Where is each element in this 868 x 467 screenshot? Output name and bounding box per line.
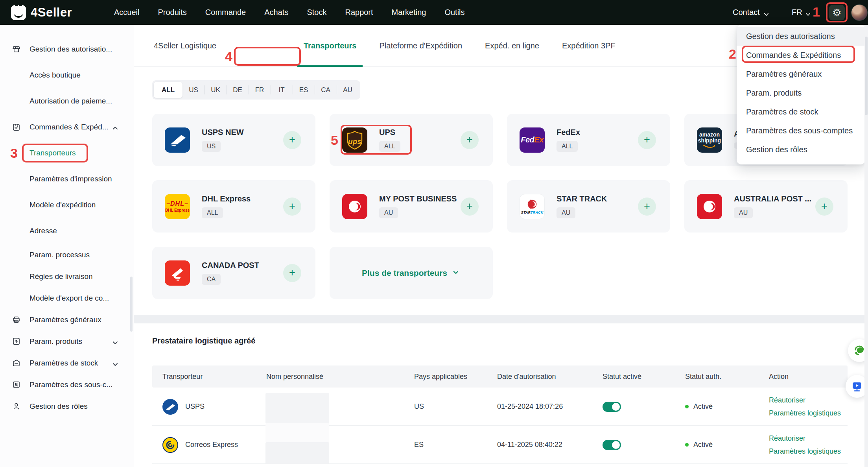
nav-commande[interactable]: Commande xyxy=(205,8,246,17)
menu-item-parametres-stock[interactable]: Paramètres de stock xyxy=(737,102,865,121)
sidebar-item-autorisation-paiement[interactable]: Autorisation de paieme... xyxy=(0,88,134,114)
tab-expedition-3pf[interactable]: Expédition 3PF xyxy=(562,25,616,67)
sidebar-scrollbar[interactable] xyxy=(130,277,133,332)
row-country: US xyxy=(414,388,424,426)
sidebar-item-param-processus[interactable]: Param. processus xyxy=(0,244,134,266)
carrier-name: DHL Express xyxy=(202,194,251,203)
add-carrier-button[interactable]: + xyxy=(815,198,833,216)
menu-item-parametres-sous-comptes[interactable]: Paramètres des sous-comptes xyxy=(737,121,865,140)
nav-outils[interactable]: Outils xyxy=(444,8,464,17)
annotation-2: 2 xyxy=(729,47,736,61)
menu-item-gestion-roles[interactable]: Gestion des rôles xyxy=(737,140,865,159)
sidebar-item-parametres-stock[interactable]: Paramètres de stock xyxy=(0,352,134,374)
carrier-country-tag: AU xyxy=(734,207,753,218)
status-toggle[interactable] xyxy=(603,402,621,412)
status-dot xyxy=(685,405,689,408)
chevron-down-icon xyxy=(112,339,118,344)
add-carrier-button[interactable]: + xyxy=(283,131,301,149)
usps-logo xyxy=(165,127,190,153)
filter-uk[interactable]: UK xyxy=(205,82,227,98)
tab-4seller-logistique[interactable]: 4Seller Logistique xyxy=(154,25,216,67)
logistics-settings-link[interactable]: Paramètres logistiques xyxy=(769,447,841,456)
redacted-custom-name xyxy=(265,423,329,442)
table-row-correos-express: Correos Express ES 04-11-2025 08:40:22 A… xyxy=(152,426,848,464)
status-toggle[interactable] xyxy=(603,440,621,450)
user-avatar[interactable] xyxy=(851,4,868,21)
tab-transporteurs[interactable]: Transporteurs xyxy=(304,25,356,67)
id-card-icon xyxy=(12,380,21,389)
carrier-card-fedex: FedEx FedEx ALL + xyxy=(507,114,670,166)
add-carrier-button[interactable]: + xyxy=(283,264,301,282)
menu-item-parametres-generaux[interactable]: Paramètres généraux xyxy=(737,65,865,83)
filter-all[interactable]: ALL xyxy=(154,82,182,98)
nav-stock[interactable]: Stock xyxy=(307,8,326,17)
filter-it[interactable]: IT xyxy=(271,82,293,98)
filter-fr[interactable]: FR xyxy=(249,82,271,98)
row-auth-status: Activé xyxy=(693,441,713,449)
country-filter: ALL US UK DE FR IT ES CA AU xyxy=(152,80,360,100)
menu-item-param-produits[interactable]: Param. produits xyxy=(737,83,865,102)
providers-table: Transporteur Nom personnalisé Pays appli… xyxy=(152,365,848,464)
sidebar-item-gestion-roles[interactable]: Gestion des rôles xyxy=(0,395,134,417)
sidebar-item-adresse[interactable]: Adresse xyxy=(0,218,134,244)
sidebar-item-parametres-sous-comptes[interactable]: Paramètres des sous-c... xyxy=(0,374,134,395)
nav-rapport[interactable]: Rapport xyxy=(345,8,373,17)
settings-gear-icon[interactable]: ⚙ xyxy=(829,5,845,20)
nav-produits[interactable]: Produits xyxy=(158,8,186,17)
startrack-logo: STARTRACK xyxy=(520,194,545,219)
app-root: 4Seller Accueil Produits Commande Achats… xyxy=(0,0,868,467)
sidebar-item-modele-expedition[interactable]: Modèle d'expédition xyxy=(0,192,134,218)
amazon-shipping-logo: amazon shipping xyxy=(697,127,722,153)
sidebar-item-parametres-generaux[interactable]: Paramètres généraux xyxy=(0,309,134,330)
carrier-name: AUSTRALIA POST ... xyxy=(734,194,811,203)
reauthorize-link[interactable]: Réautoriser xyxy=(769,434,805,443)
add-carrier-button[interactable]: + xyxy=(461,131,479,149)
sidebar-item-commandes-expeditions[interactable]: Commandes & Expéd... xyxy=(0,114,134,140)
nav-marketing[interactable]: Marketing xyxy=(392,8,426,17)
sidebar-item-acces-boutique[interactable]: Accès boutique xyxy=(0,62,134,88)
section-title: Prestataire logistique agréé xyxy=(152,336,255,345)
filter-us[interactable]: US xyxy=(182,82,205,98)
contact-menu[interactable]: Contact xyxy=(733,0,769,25)
page-scrollbar[interactable] xyxy=(864,25,868,467)
logistics-settings-link[interactable]: Paramètres logistiques xyxy=(769,409,841,417)
carrier-name: UPS xyxy=(379,128,400,137)
dhl-logo: DHL DHL Express xyxy=(165,194,190,219)
nav-accueil[interactable]: Accueil xyxy=(114,8,139,17)
providers-panel: Prestataire logistique agréé Transporteu… xyxy=(134,323,868,467)
carrier-card-my-post-business: MY POST BUSINESS AU + xyxy=(330,180,493,233)
sidebar-item-gestion-autorisations[interactable]: Gestion des autorisatio... xyxy=(0,36,134,62)
filter-es[interactable]: ES xyxy=(293,82,315,98)
language-selector[interactable]: FR xyxy=(792,0,811,25)
tab-plateforme-expedition[interactable]: Plateforme d'Expédition xyxy=(379,25,462,67)
filter-de[interactable]: DE xyxy=(227,82,249,98)
menu-item-gestion-autorisations[interactable]: Gestion des autorisations xyxy=(737,27,865,46)
sidebar-list: Gestion des autorisatio... Accès boutiqu… xyxy=(0,25,134,417)
brand-logo[interactable]: 4Seller xyxy=(11,0,72,25)
nav-achats[interactable]: Achats xyxy=(264,8,288,17)
add-carrier-button[interactable]: + xyxy=(283,198,301,216)
sidebar-item-transporteurs[interactable]: Transporteurs xyxy=(0,140,134,166)
reauthorize-link[interactable]: Réautoriser xyxy=(769,396,805,404)
carrier-name: CANADA POST xyxy=(202,261,259,270)
menu-item-commandes-expeditions[interactable]: Commandes & Expéditions xyxy=(737,46,865,65)
row-country: ES xyxy=(414,426,424,464)
sidebar-item-modele-export[interactable]: Modèle d'export de co... xyxy=(0,287,134,309)
chevron-down-icon xyxy=(453,269,459,277)
tab-exped-en-ligne[interactable]: Expéd. en ligne xyxy=(485,25,539,67)
annotation-3: 3 xyxy=(10,146,18,160)
more-carriers-button[interactable]: Plus de transporteurs xyxy=(330,247,493,299)
chevron-down-icon xyxy=(805,10,811,15)
canada-post-logo xyxy=(165,260,190,286)
sidebar-item-regles-livraison[interactable]: Règles de livraison xyxy=(0,266,134,287)
page-scrollbar-thumb[interactable] xyxy=(865,37,868,115)
row-carrier-name: USPS xyxy=(185,402,205,411)
sidebar-item-parametres-impression[interactable]: Paramètres d'impression xyxy=(0,166,134,192)
filter-au[interactable]: AU xyxy=(337,82,359,98)
add-carrier-button[interactable]: + xyxy=(638,131,656,149)
add-carrier-button[interactable]: + xyxy=(638,198,656,216)
filter-ca[interactable]: CA xyxy=(315,82,337,98)
carrier-card-canada-post: CANADA POST CA + xyxy=(152,247,315,299)
add-carrier-button[interactable]: + xyxy=(461,198,479,216)
sidebar-item-param-produits[interactable]: Param. produits xyxy=(0,330,134,352)
